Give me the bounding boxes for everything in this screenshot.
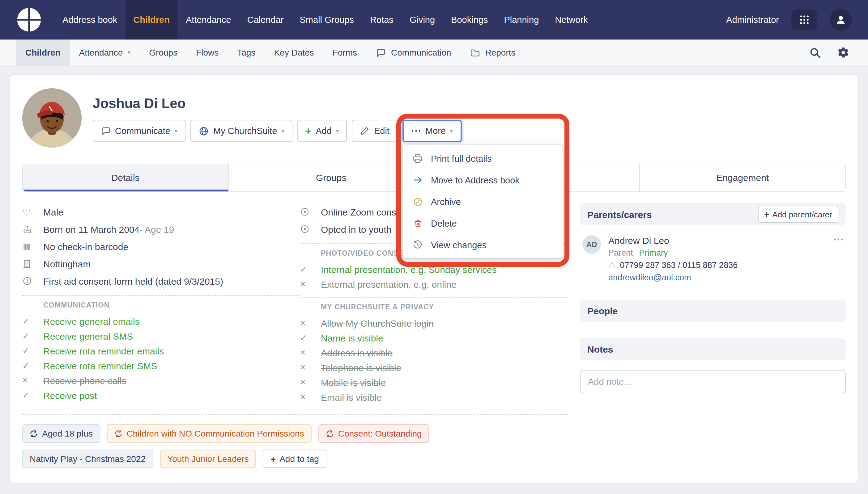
add-note-input[interactable]	[580, 370, 846, 393]
tab-details[interactable]: Details	[23, 164, 229, 191]
settings-button[interactable]	[837, 46, 849, 59]
topnav-item-giving[interactable]: Giving	[401, 0, 443, 39]
pencil-icon	[360, 126, 370, 136]
profile-photo	[22, 88, 82, 148]
subnav-item-attendance[interactable]: Attendance▾	[70, 39, 140, 65]
x-icon: ×	[300, 392, 321, 402]
topnav-item-small-groups[interactable]: Small Groups	[291, 0, 362, 39]
menu-item-view-changes[interactable]: View changes	[403, 234, 563, 255]
topnav-item-attendance[interactable]: Attendance	[178, 0, 239, 39]
check-icon: ✓	[22, 331, 43, 340]
detail-value: Male	[43, 207, 64, 217]
subnav-item-flows[interactable]: Flows	[187, 39, 228, 65]
consent-label: Internal presentation, e.g. Sunday servi…	[321, 264, 497, 274]
consent-row: ✓Receive general emails	[22, 314, 300, 328]
add-to-tag-button[interactable]: + Add to tag	[263, 450, 326, 468]
subnav-tools	[809, 39, 852, 65]
search-button[interactable]	[809, 46, 821, 58]
parent-meta: Parent Primary	[608, 248, 833, 258]
user-menu[interactable]: Administrator	[726, 15, 779, 25]
tag-label: Aged 18 plus	[42, 429, 92, 438]
subnav-item-key-dates[interactable]: Key Dates	[265, 39, 323, 65]
tag-no-communication-permissions[interactable]: Children with NO Communication Permissio…	[107, 424, 311, 443]
profile-button[interactable]	[830, 8, 852, 31]
topnav-item-children[interactable]: Children	[125, 0, 178, 39]
tag-consent-outstanding[interactable]: Consent: Outstanding	[319, 424, 429, 443]
profile-photo-image	[22, 88, 82, 148]
key-date-icon	[300, 207, 321, 217]
detail-row-first-aid: First aid consent form held (dated 9/3/2…	[22, 272, 300, 290]
topnav-item-bookings[interactable]: Bookings	[443, 0, 496, 39]
menu-item-delete[interactable]: Delete	[403, 212, 563, 234]
subnav-label: Forms	[332, 48, 357, 57]
key-date-label: Opted in to youth	[321, 224, 392, 234]
check-icon: ✓	[300, 265, 321, 273]
subnav-label: Communication	[391, 48, 451, 57]
consent-label: Receive post	[43, 390, 97, 400]
subnav-label: Tags	[237, 48, 255, 57]
consent-label: Allow My ChurchSuite login	[321, 318, 434, 328]
more-button[interactable]: More ▾	[402, 120, 462, 142]
warning-icon: ⚠	[608, 261, 615, 269]
tag-label: Children with NO Communication Permissio…	[126, 429, 304, 438]
add-button[interactable]: + Add ▾	[297, 120, 347, 142]
subnav-item-tags[interactable]: Tags	[228, 39, 265, 65]
details-left-column: ♡ Male Born on 11 March 2004 - Age 19 No…	[22, 203, 300, 404]
check-icon: ✓	[22, 391, 43, 400]
subnav-label: Flows	[196, 48, 219, 57]
consent-label: Receive phone calls	[43, 375, 126, 386]
tag-label: Nativity Play - Christmas 2022	[30, 454, 146, 464]
profile-toolbar: Communicate ▾ My ChurchSuite ▾ + Add ▾	[93, 120, 462, 142]
topnav-item-planning[interactable]: Planning	[496, 0, 547, 39]
tag-aged-18-plus[interactable]: Aged 18 plus	[22, 424, 100, 443]
menu-item-archive[interactable]: Archive	[403, 191, 563, 212]
topnav-item-calendar[interactable]: Calendar	[239, 0, 292, 39]
profile-header: Joshua Di Leo Communicate ▾ My ChurchSui…	[22, 88, 846, 148]
tab-engagement[interactable]: Engagement	[640, 164, 846, 191]
churchsuite-logo[interactable]	[16, 0, 42, 39]
parent-phone: 07799 287 363 / 0115 887 2836	[620, 261, 738, 270]
consent-row: ✓Name is visible	[300, 330, 568, 345]
my-churchsuite-button[interactable]: My ChurchSuite ▾	[191, 120, 292, 142]
subnav-item-groups[interactable]: Groups	[140, 39, 187, 65]
add-parent-carer-button[interactable]: + Add parent/carer	[758, 206, 838, 223]
topnav-item-address-book[interactable]: Address book	[54, 0, 125, 39]
add-parent-carer-label: Add parent/carer	[772, 210, 832, 219]
menu-item-print-full-details[interactable]: Print full details	[403, 148, 563, 169]
subnav-item-reports[interactable]: Reports	[460, 39, 525, 65]
tag-nativity-play[interactable]: Nativity Play - Christmas 2022	[22, 450, 153, 468]
consent-label: Receive general SMS	[43, 331, 133, 341]
consent-row: ×Allow My ChurchSuite login	[300, 316, 568, 330]
people-title: People	[587, 305, 618, 316]
parent-name[interactable]: Andrew Di Leo	[608, 235, 833, 246]
add-to-tag-label: Add to tag	[279, 454, 319, 464]
consent-row: ✓Receive rota reminder SMS	[22, 358, 300, 373]
tag-youth-junior-leaders[interactable]: Youth Junior Leaders	[160, 450, 256, 468]
subnav-item-forms[interactable]: Forms	[323, 39, 366, 65]
section-header-privacy: MY CHURCHSUITE & PRIVACY	[300, 303, 568, 310]
gear-icon	[837, 46, 849, 59]
consent-label: Telephone is visible	[321, 362, 401, 373]
consent-label: Address is visible	[321, 347, 393, 358]
chevron-down-icon: ▾	[336, 128, 339, 134]
menu-item-move-to-address-book[interactable]: Move to Address book	[403, 169, 563, 191]
apps-grid-button[interactable]	[791, 9, 817, 30]
topnav-item-rotas[interactable]: Rotas	[362, 0, 401, 39]
menu-item-label: Delete	[431, 218, 457, 228]
my-churchsuite-label: My ChurchSuite	[213, 126, 277, 136]
edit-button[interactable]: Edit	[352, 120, 398, 142]
parent-options-button[interactable]	[833, 235, 843, 282]
globe-icon	[198, 126, 209, 136]
x-icon: ×	[300, 377, 321, 387]
subnav-item-children[interactable]: Children	[16, 39, 70, 65]
chevron-down-icon: ▾	[128, 50, 130, 55]
key-date-label: Online Zoom cons	[321, 207, 396, 217]
communicate-button[interactable]: Communicate ▾	[93, 120, 185, 142]
subnav-item-communication[interactable]: Communication	[366, 39, 460, 65]
consent-row: ×External presentation, e.g. online	[300, 277, 568, 291]
arrow-right-icon	[413, 175, 423, 185]
heart-icon: ♡	[22, 207, 43, 216]
parent-email-link[interactable]: andrewdileo@aol.com	[608, 273, 833, 282]
topnav-item-network[interactable]: Network	[547, 0, 596, 39]
check-icon: ✓	[22, 361, 43, 370]
